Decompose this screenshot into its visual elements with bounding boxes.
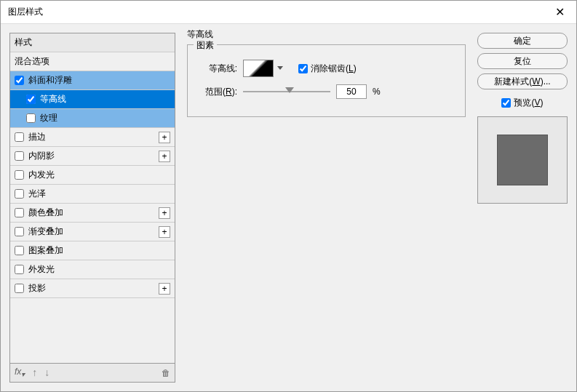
range-slider[interactable] bbox=[243, 85, 330, 98]
texture-item[interactable]: 纹理 bbox=[10, 109, 175, 128]
cancel-button[interactable]: 复位 bbox=[477, 53, 568, 69]
add-stroke-icon[interactable]: + bbox=[159, 132, 170, 143]
blending-options-item[interactable]: 混合选项 bbox=[10, 52, 175, 71]
window-title: 图层样式 bbox=[8, 6, 43, 18]
style-list: 样式 混合选项 斜面和浮雕 等高线 纹理 描边+ 内阴影+ 内发光 光泽 颜色叠… bbox=[9, 33, 175, 364]
gradient-overlay-checkbox[interactable] bbox=[15, 227, 24, 236]
add-inner-shadow-icon[interactable]: + bbox=[159, 151, 170, 162]
fieldset-label: 图素 bbox=[194, 39, 217, 52]
antialias-checkbox[interactable] bbox=[298, 64, 308, 73]
inner-shadow-item[interactable]: 内阴影+ bbox=[10, 147, 175, 166]
preview-toggle[interactable]: 预览(V) bbox=[477, 97, 568, 109]
settings-panel: 等高线 图素 等高线: 消除锯齿(L) 范围(R): bbox=[181, 33, 471, 383]
stroke-item[interactable]: 描边+ bbox=[10, 128, 175, 147]
right-panel: 确定 复位 新建样式(W)... 预览(V) bbox=[477, 33, 568, 383]
texture-checkbox[interactable] bbox=[26, 113, 36, 123]
range-label: 范围(R): bbox=[196, 86, 237, 98]
pattern-overlay-checkbox[interactable] bbox=[15, 246, 24, 255]
drop-shadow-item[interactable]: 投影+ bbox=[10, 279, 175, 298]
layer-style-dialog: 图层样式 ✕ 样式 混合选项 斜面和浮雕 等高线 纹理 描边+ 内阴影+ 内发光… bbox=[0, 0, 577, 392]
titlebar: 图层样式 ✕ bbox=[1, 1, 576, 24]
bevel-emboss-item[interactable]: 斜面和浮雕 bbox=[10, 71, 175, 90]
close-button[interactable]: ✕ bbox=[544, 1, 576, 24]
add-color-overlay-icon[interactable]: + bbox=[159, 207, 170, 219]
inner-glow-checkbox[interactable] bbox=[15, 170, 24, 180]
pattern-overlay-item[interactable]: 图案叠加 bbox=[10, 241, 175, 260]
preview-swatch bbox=[497, 135, 548, 185]
style-list-footer: fx▾ ↑ ↓ 🗑 bbox=[9, 364, 175, 383]
range-input[interactable] bbox=[336, 84, 367, 99]
percent-label: % bbox=[373, 87, 381, 97]
bevel-emboss-checkbox[interactable] bbox=[15, 76, 24, 85]
style-list-header: 样式 bbox=[10, 33, 175, 52]
inner-glow-item[interactable]: 内发光 bbox=[10, 166, 175, 185]
contour-checkbox[interactable] bbox=[26, 95, 36, 104]
range-row: 范围(R): % bbox=[196, 84, 456, 99]
outer-glow-item[interactable]: 外发光 bbox=[10, 260, 175, 279]
add-gradient-overlay-icon[interactable]: + bbox=[159, 226, 170, 238]
move-down-icon[interactable]: ↓ bbox=[44, 367, 49, 378]
color-overlay-checkbox[interactable] bbox=[15, 208, 24, 217]
left-panel: 样式 混合选项 斜面和浮雕 等高线 纹理 描边+ 内阴影+ 内发光 光泽 颜色叠… bbox=[9, 33, 175, 383]
contour-row: 等高线: 消除锯齿(L) bbox=[196, 60, 456, 77]
contour-item[interactable]: 等高线 bbox=[10, 90, 175, 109]
preview-box bbox=[477, 116, 568, 204]
add-drop-shadow-icon[interactable]: + bbox=[159, 283, 170, 295]
content-area: 样式 混合选项 斜面和浮雕 等高线 纹理 描边+ 内阴影+ 内发光 光泽 颜色叠… bbox=[1, 24, 576, 391]
trash-icon[interactable]: 🗑 bbox=[162, 368, 170, 378]
stroke-checkbox[interactable] bbox=[15, 132, 24, 142]
satin-checkbox[interactable] bbox=[15, 189, 24, 199]
inner-shadow-checkbox[interactable] bbox=[15, 151, 24, 161]
contour-picker[interactable] bbox=[243, 60, 274, 77]
color-overlay-item[interactable]: 颜色叠加+ bbox=[10, 204, 175, 223]
elements-fieldset: 图素 等高线: 消除锯齿(L) 范围(R): bbox=[187, 44, 466, 117]
outer-glow-checkbox[interactable] bbox=[15, 265, 24, 274]
preview-checkbox[interactable] bbox=[501, 98, 511, 108]
slider-thumb-icon[interactable] bbox=[285, 87, 294, 93]
fx-menu-icon[interactable]: fx▾ bbox=[15, 367, 25, 378]
antialias-option[interactable]: 消除锯齿(L) bbox=[298, 63, 357, 75]
satin-item[interactable]: 光泽 bbox=[10, 185, 175, 204]
gradient-overlay-item[interactable]: 渐变叠加+ bbox=[10, 223, 175, 241]
move-up-icon[interactable]: ↑ bbox=[32, 367, 37, 378]
new-style-button[interactable]: 新建样式(W)... bbox=[477, 73, 568, 89]
ok-button[interactable]: 确定 bbox=[477, 33, 568, 49]
drop-shadow-checkbox[interactable] bbox=[15, 284, 24, 293]
contour-label: 等高线: bbox=[196, 63, 237, 75]
